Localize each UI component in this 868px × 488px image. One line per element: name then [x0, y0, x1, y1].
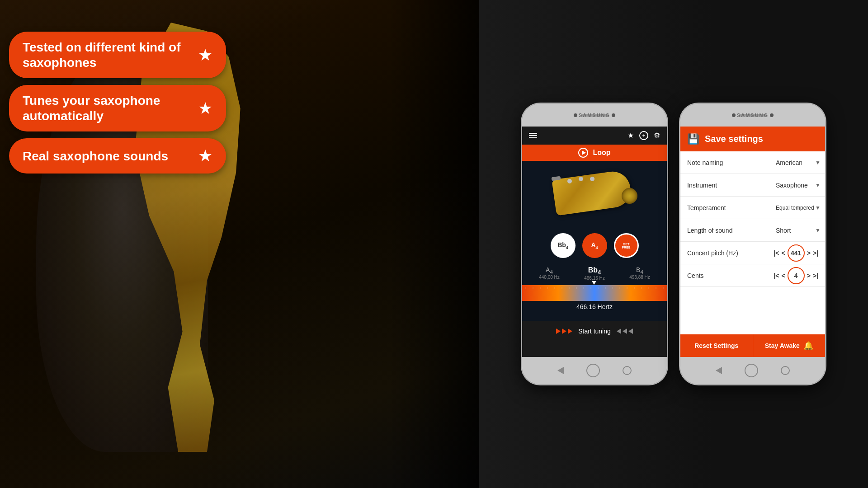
favorite-icon[interactable]: ★ [627, 131, 634, 140]
cents-row: Cents |< < 4 > >| [680, 264, 825, 287]
camera-dot-left-2 [732, 113, 736, 117]
phone-2-home-button[interactable] [745, 364, 758, 377]
star-icon-3: ★ [198, 146, 212, 165]
temperament-val-text: Equal tempered [776, 205, 814, 211]
phone-2-brand: SAMSUNG [737, 113, 769, 118]
note-bb4-circle: Bb4 [551, 233, 576, 258]
note-naming-value[interactable]: American ▼ [771, 155, 825, 171]
pitch-fwd-btn[interactable]: > [807, 249, 811, 257]
settings-icon[interactable]: ⚙ [654, 131, 660, 140]
star-icon-1: ★ [198, 46, 212, 65]
loop-play-button[interactable] [578, 148, 588, 158]
back-arrow-1 [617, 328, 621, 334]
phone-1-frame: SAMSUNG ★ + ⚙ [522, 104, 667, 384]
back-arrow-3 [628, 328, 633, 334]
note-naming-val-text: American [776, 159, 802, 166]
star-icon-2: ★ [198, 99, 212, 118]
phone-2-recent-button[interactable] [781, 366, 790, 375]
freq-center-note: Bb4 [584, 266, 605, 276]
phone-1-wrapper: SAMSUNG ★ + ⚙ [522, 104, 667, 384]
phone-2-wrapper: SAMSUNG 💾 Save settings Note naming Amer… [680, 104, 825, 384]
phones-area: SAMSUNG ★ + ⚙ [479, 0, 868, 488]
phone-2-top-bar: SAMSUNG [680, 104, 825, 127]
phone-2-back-button[interactable] [716, 367, 722, 374]
save-settings-icon: 💾 [687, 133, 699, 145]
menu-icon[interactable] [529, 133, 537, 138]
length-sound-row: Length of sound Short ▼ [680, 219, 825, 242]
cents-value-display: 4 [788, 267, 805, 284]
freq-left: A4 440,00 Hz [539, 266, 560, 281]
loop-label: Loop [593, 149, 610, 157]
settings-title: Save settings [705, 134, 763, 144]
temperament-value[interactable]: Equal tempered ▼ [771, 200, 825, 216]
tuner-meter: | | | | | | | | | | | | [522, 285, 667, 301]
cents-fwd-btn[interactable]: > [807, 272, 811, 279]
note-bb4-text: Bb4 [557, 241, 568, 250]
tuner-needle-indicator [592, 281, 596, 285]
feature-text-2: Tunes your saxophone automatically [23, 93, 189, 123]
menu-line-2 [529, 135, 537, 136]
phone-2-screen: 💾 Save settings Note naming American ▼ I… [680, 127, 825, 357]
freq-right-hz: 493,88 Hz [629, 275, 650, 280]
settings-header: 💾 Save settings [680, 127, 825, 151]
feature-text-1: Tested on different kind of saxophones [23, 40, 189, 70]
pitch-skip-back-btn[interactable]: |< [774, 249, 779, 257]
stay-awake-label: Stay Awake [765, 342, 800, 349]
back-arrow-2 [623, 328, 627, 334]
phone-1-brand: SAMSUNG [579, 113, 610, 118]
phone-1-top-bar: SAMSUNG [522, 104, 667, 127]
note-naming-dropdown-icon: ▼ [815, 160, 821, 166]
temperament-row: Temperament Equal tempered ▼ [680, 197, 825, 219]
camera-dot-right-2 [770, 113, 774, 117]
play-arrows-forward [556, 328, 572, 334]
pitch-skip-fwd-btn[interactable]: >| [813, 249, 818, 257]
tuner-nav-icons: ★ + ⚙ [627, 131, 660, 140]
note-naming-label: Note naming [680, 155, 771, 171]
concert-pitch-controls: |< < 441 > >| [774, 244, 818, 262]
instrument-value[interactable]: Saxophone ▼ [771, 177, 825, 193]
freq-right-note: B4 [629, 266, 650, 275]
instrument-val-text: Saxophone [776, 182, 808, 189]
phone-1-recent-button[interactable] [623, 366, 632, 375]
phone-1-home-button[interactable] [586, 364, 600, 377]
features-panel: Tested on different kind of saxophones ★… [0, 23, 235, 183]
cents-skip-fwd-btn[interactable]: >| [813, 272, 818, 279]
freq-center: Bb4 466,16 Hz [584, 266, 605, 281]
play-arrows-back [617, 328, 633, 334]
settings-footer: Reset Settings Stay Awake 🔔 [680, 334, 825, 357]
settings-screen: 💾 Save settings Note naming American ▼ I… [680, 127, 825, 357]
instrument-dropdown-icon: ▼ [815, 182, 821, 188]
stay-awake-button[interactable]: Stay Awake 🔔 [753, 334, 826, 357]
camera-dot-left [574, 113, 577, 117]
cents-val-text: 4 [794, 272, 798, 279]
cents-skip-back-btn[interactable]: |< [774, 272, 779, 279]
feature-badge-2: Tunes your saxophone automatically ★ [9, 85, 226, 131]
start-tuning-bar[interactable]: Start tuning [522, 321, 667, 341]
loop-play-icon [582, 150, 586, 155]
add-icon[interactable]: + [639, 131, 648, 140]
reset-settings-button[interactable]: Reset Settings [680, 334, 753, 357]
concert-pitch-val-text: 441 [791, 249, 801, 257]
note-a4-text: A4 [591, 241, 598, 250]
pitch-back-btn[interactable]: < [782, 249, 785, 257]
feature-badge-1: Tested on different kind of saxophones ★ [9, 32, 226, 78]
concert-pitch-label: Concert pitch (Hz) [687, 249, 774, 257]
get-free-button[interactable]: GET FREE [614, 233, 639, 258]
note-naming-row: Note naming American ▼ [680, 151, 825, 174]
freq-center-hz: 466,16 Hz [584, 276, 605, 281]
note-a4-circle: A4 [582, 233, 607, 258]
frequency-display: A4 440,00 Hz Bb4 466,16 Hz B4 493,88 Hz [522, 263, 667, 281]
freq-left-note: A4 [539, 266, 560, 275]
length-sound-label: Length of sound [680, 222, 771, 239]
reset-settings-label: Reset Settings [694, 342, 738, 349]
phone-2-frame: SAMSUNG 💾 Save settings Note naming Amer… [680, 104, 825, 384]
instrument-label: Instrument [680, 177, 771, 193]
length-sound-value[interactable]: Short ▼ [771, 222, 825, 239]
length-sound-val-text: Short [776, 227, 791, 234]
cents-back-btn[interactable]: < [782, 272, 785, 279]
phone-1-back-button[interactable] [557, 367, 564, 374]
instrument-row: Instrument Saxophone ▼ [680, 174, 825, 197]
tuner-nav-bar: ★ + ⚙ [522, 127, 667, 145]
free-label: FREE [622, 246, 631, 249]
menu-line-1 [529, 133, 537, 134]
